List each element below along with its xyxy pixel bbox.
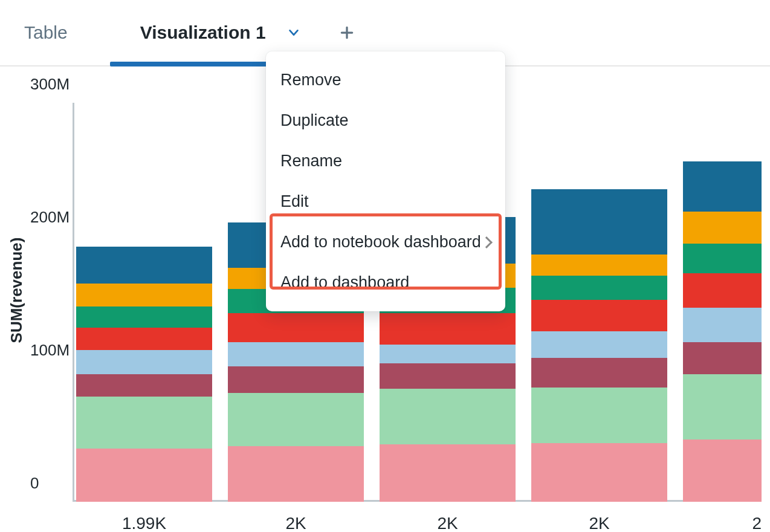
bar-segment[interactable] bbox=[683, 342, 762, 374]
tab-visualization-1[interactable]: Visualization 1 bbox=[140, 1, 266, 65]
x-tick-labels: 1.99K2K2K2K2 bbox=[73, 514, 762, 532]
bar-segment[interactable] bbox=[380, 313, 516, 345]
bar-segment[interactable] bbox=[76, 350, 212, 374]
bar-segment[interactable] bbox=[76, 449, 212, 502]
menu-item-label: Rename bbox=[280, 152, 342, 170]
bar-segment[interactable] bbox=[683, 244, 762, 273]
active-tab-indicator bbox=[110, 62, 276, 66]
bar-segment[interactable] bbox=[76, 328, 212, 350]
tab-dropdown-button[interactable] bbox=[284, 23, 303, 42]
menu-item-label: Edit bbox=[280, 192, 309, 211]
bar[interactable] bbox=[76, 247, 212, 502]
x-tick-label: 2 bbox=[683, 514, 762, 532]
x-tick-label: 2K bbox=[531, 514, 667, 532]
bar-segment[interactable] bbox=[228, 366, 364, 393]
bar-segment[interactable] bbox=[380, 389, 516, 444]
bar-segment[interactable] bbox=[76, 374, 212, 397]
bar-segment[interactable] bbox=[531, 255, 667, 276]
chevron-right-icon bbox=[480, 236, 493, 248]
menu-item-label: Duplicate bbox=[280, 111, 349, 130]
add-tab-button[interactable] bbox=[337, 23, 357, 42]
bar-segment[interactable] bbox=[228, 446, 364, 502]
bar-segment[interactable] bbox=[683, 308, 762, 342]
x-tick-label: 1.99K bbox=[76, 514, 212, 532]
bar-segment[interactable] bbox=[228, 393, 364, 446]
menu-item-remove[interactable]: Remove bbox=[266, 60, 505, 100]
plus-icon bbox=[339, 25, 355, 41]
bar-segment[interactable] bbox=[531, 189, 667, 255]
y-tick-label: 200M bbox=[30, 208, 70, 227]
tab-controls bbox=[284, 23, 357, 42]
menu-item-label: Remove bbox=[280, 71, 341, 89]
bar-segment[interactable] bbox=[531, 388, 667, 443]
bar-segment[interactable] bbox=[531, 331, 667, 358]
bar-segment[interactable] bbox=[228, 313, 364, 342]
bar-segment[interactable] bbox=[76, 284, 212, 306]
y-tick-label: 300M bbox=[30, 75, 70, 94]
menu-item-label: Add to notebook dashboard bbox=[280, 233, 481, 251]
bar-segment[interactable] bbox=[380, 345, 516, 363]
bar-segment[interactable] bbox=[228, 342, 364, 366]
menu-item-rename[interactable]: Rename bbox=[266, 141, 505, 181]
menu-item-add-to-dashboard[interactable]: Add to dashboard bbox=[266, 262, 505, 303]
bar-segment[interactable] bbox=[531, 300, 667, 332]
y-tick-label: 100M bbox=[30, 341, 70, 360]
bar-segment[interactable] bbox=[380, 363, 516, 389]
bar-segment[interactable] bbox=[76, 397, 212, 449]
bar-segment[interactable] bbox=[683, 374, 762, 440]
menu-item-duplicate[interactable]: Duplicate bbox=[266, 100, 505, 141]
y-tick-label: 0 bbox=[30, 474, 39, 493]
bar-segment[interactable] bbox=[531, 358, 667, 387]
bar-segment[interactable] bbox=[683, 440, 762, 502]
menu-item-add-to-notebook-dashboard[interactable]: Add to notebook dashboard bbox=[266, 222, 505, 262]
bar-segment[interactable] bbox=[76, 247, 212, 284]
tab-table[interactable]: Table bbox=[24, 1, 68, 65]
bar-segment[interactable] bbox=[683, 161, 762, 212]
y-axis-label: SUM(revenue) bbox=[7, 238, 26, 343]
x-tick-label: 2K bbox=[228, 514, 364, 532]
chevron-down-icon bbox=[287, 26, 300, 39]
bar-segment[interactable] bbox=[531, 276, 667, 300]
x-tick-label: 2K bbox=[380, 514, 516, 532]
bar[interactable] bbox=[683, 161, 762, 502]
bar-segment[interactable] bbox=[683, 273, 762, 308]
bar[interactable] bbox=[531, 189, 667, 502]
bar-segment[interactable] bbox=[380, 444, 516, 502]
bar-segment[interactable] bbox=[531, 443, 667, 502]
menu-item-label: Add to dashboard bbox=[280, 273, 409, 292]
bar-segment[interactable] bbox=[76, 307, 212, 328]
bar-segment[interactable] bbox=[683, 212, 762, 244]
menu-item-edit[interactable]: Edit bbox=[266, 181, 505, 222]
tab-context-menu: Remove Duplicate Rename Edit Add to note… bbox=[266, 51, 505, 311]
